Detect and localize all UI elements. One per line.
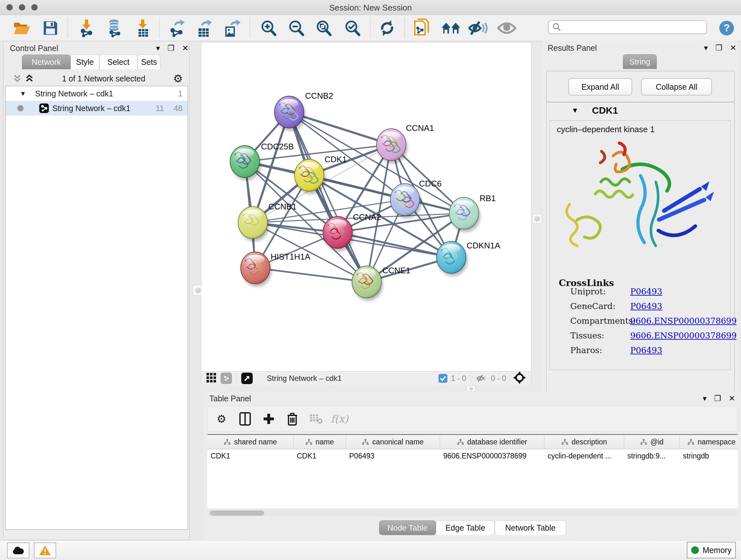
network-node-CDK1[interactable] xyxy=(294,159,326,194)
show-columns-icon[interactable] xyxy=(233,409,257,428)
crosslink-link[interactable]: P06493 xyxy=(630,287,662,296)
export-network-icon[interactable] xyxy=(166,18,188,38)
bottom-splitter-handle[interactable] xyxy=(467,385,475,392)
network-status-bar: String Network – cdk1 1 - 0 0 - 0 xyxy=(201,371,531,385)
tab-string[interactable]: String xyxy=(623,54,657,69)
delete-table-icon[interactable] xyxy=(304,409,328,428)
crosslink-link[interactable]: 9606.ENSP00000378699 xyxy=(630,331,737,340)
table-cell[interactable]: P06493 xyxy=(346,449,440,463)
column-header-name[interactable]: name xyxy=(293,435,346,449)
memory-button[interactable]: Memory xyxy=(687,542,736,558)
network-row[interactable]: String Network – cdk1 11 48 xyxy=(6,101,188,116)
network-node-CCNA1[interactable] xyxy=(377,129,408,164)
control-panel-menu-icon[interactable]: ▾ xyxy=(156,44,160,52)
table-cell[interactable]: stringdb xyxy=(680,449,738,463)
control-panel-float-icon[interactable]: ❐ xyxy=(167,44,175,52)
homes-icon[interactable] xyxy=(441,18,461,38)
expand-all-button[interactable]: Expand All xyxy=(568,78,632,96)
collection-disclosure-icon[interactable]: ▼ xyxy=(20,90,26,98)
table-cell[interactable]: stringdb:9... xyxy=(624,449,680,463)
network-node-CDC25B[interactable] xyxy=(230,145,261,180)
network-share-badge-icon[interactable] xyxy=(220,373,232,384)
table-cell[interactable]: 9606.ENSP00000378699 xyxy=(440,449,544,463)
edge-HIST1H1A-CCNE1[interactable] xyxy=(255,268,367,282)
hidden-eye-icon[interactable] xyxy=(475,374,488,383)
network-node-CCNB2[interactable] xyxy=(274,96,306,131)
column-header-description[interactable]: description xyxy=(544,435,624,449)
scrollbar-thumb[interactable] xyxy=(210,510,264,516)
network-options-gear-icon[interactable]: ⚙ xyxy=(173,73,183,84)
table-cell[interactable]: CDK1 xyxy=(293,449,346,463)
hide-unhide-icon[interactable] xyxy=(468,18,489,38)
fit-selected-target-icon[interactable] xyxy=(513,371,526,385)
warnings-button[interactable] xyxy=(34,543,56,558)
crosslink-link[interactable]: 9606.ENSP00000378699 xyxy=(630,316,737,326)
crosslink-link[interactable]: P06493 xyxy=(630,301,662,311)
tab-network-table[interactable]: Network Table xyxy=(495,520,566,535)
results-panel-close-icon[interactable]: ✕ xyxy=(730,44,737,52)
results-panel-menu-icon[interactable]: ▾ xyxy=(704,44,708,52)
grid-view-icon[interactable] xyxy=(206,372,217,384)
network-canvas[interactable]: CCNB2CCNA1CDC25BCDK1CDC6RB1CCNB1CCNA2CDK… xyxy=(201,43,531,371)
table-panel-close-icon[interactable]: ✕ xyxy=(729,395,735,402)
network-node-CCNE1[interactable] xyxy=(352,266,383,301)
save-session-icon[interactable] xyxy=(40,18,61,38)
help-icon[interactable]: ? xyxy=(716,18,737,38)
share-session-icon[interactable] xyxy=(411,18,432,38)
control-panel-close-icon[interactable]: ✕ xyxy=(182,44,189,52)
function-builder-icon[interactable]: f(x) xyxy=(328,409,351,428)
eye-icon[interactable] xyxy=(496,18,517,38)
table-panel-menu-icon[interactable]: ▾ xyxy=(703,395,706,402)
tab-network[interactable]: Network xyxy=(22,55,71,69)
collapse-all-button[interactable]: Collapse All xyxy=(641,78,712,96)
network-node-HIST1H1A[interactable] xyxy=(241,252,272,287)
right-splitter-handle[interactable] xyxy=(532,214,542,224)
tab-node-table[interactable]: Node Table xyxy=(379,520,436,535)
column-header-database-identifier[interactable]: database identifier xyxy=(440,435,544,449)
column-header--id[interactable]: @id xyxy=(624,435,680,449)
status-bar: Memory xyxy=(0,540,741,560)
network-collection-row[interactable]: ▼ String Network – cdk1 1 xyxy=(6,86,188,101)
tab-style[interactable]: Style xyxy=(71,55,99,69)
selected-checkbox-icon[interactable] xyxy=(438,374,448,383)
tab-select[interactable]: Select xyxy=(99,55,138,69)
zoom-selected-icon[interactable] xyxy=(342,18,363,38)
export-image-icon[interactable] xyxy=(221,18,242,38)
table-cell[interactable]: CDK1 xyxy=(207,449,293,463)
expand-all-networks-icon[interactable] xyxy=(24,74,34,83)
delete-column-icon[interactable] xyxy=(280,409,304,428)
column-header-shared-name[interactable]: shared name xyxy=(207,435,293,449)
open-session-icon[interactable] xyxy=(11,18,32,38)
tab-sets[interactable]: Sets xyxy=(138,55,160,69)
zoom-in-icon[interactable] xyxy=(258,18,279,38)
network-node-CCNA2[interactable] xyxy=(323,216,354,251)
network-node-CDKN1A[interactable] xyxy=(436,241,468,276)
add-column-icon[interactable] xyxy=(257,409,280,428)
collapse-all-networks-icon[interactable] xyxy=(12,74,22,83)
table-panel-float-icon[interactable]: ❐ xyxy=(714,395,721,402)
zoom-fit-icon[interactable] xyxy=(313,18,334,38)
refresh-icon[interactable] xyxy=(377,18,398,38)
column-header-canonical-name[interactable]: canonical name xyxy=(346,435,440,449)
birds-eye-view-icon[interactable] xyxy=(241,373,253,384)
table-row[interactable]: CDK1CDK1P064939606.ENSP00000378699cyclin… xyxy=(207,449,738,463)
horizontal-scrollbar[interactable] xyxy=(207,509,738,516)
network-node-RB1[interactable] xyxy=(449,197,480,232)
import-table-icon[interactable] xyxy=(132,18,153,38)
table-cell[interactable]: cyclin-dependent ... xyxy=(544,449,624,463)
tab-edge-table[interactable]: Edge Table xyxy=(436,520,495,535)
import-network-database-icon[interactable] xyxy=(104,18,125,38)
zoom-out-icon[interactable] xyxy=(286,18,307,38)
network-node-CDC6[interactable] xyxy=(390,184,421,219)
export-table-icon[interactable] xyxy=(194,18,215,38)
table-options-gear-icon[interactable]: ⚙ xyxy=(210,409,233,428)
import-network-file-icon[interactable] xyxy=(76,18,97,38)
cloud-status-button[interactable] xyxy=(7,543,29,558)
selected-count: 1 - 0 xyxy=(451,374,466,383)
search-box[interactable] xyxy=(548,20,707,34)
results-panel-float-icon[interactable]: ❐ xyxy=(716,44,723,52)
search-input[interactable] xyxy=(561,22,700,32)
crosslink-link[interactable]: P06493 xyxy=(630,346,662,355)
column-header-namespace[interactable]: namespace xyxy=(680,435,738,449)
protein-disclosure-icon[interactable]: ▼ xyxy=(571,106,579,115)
